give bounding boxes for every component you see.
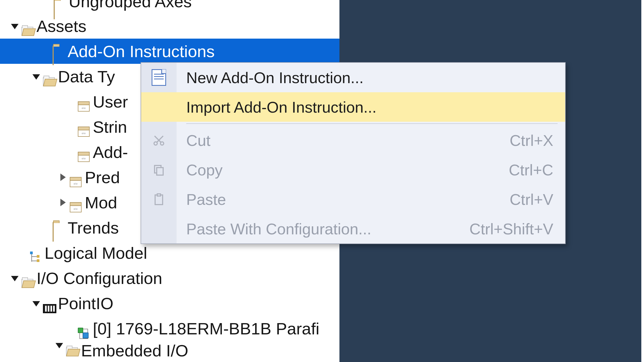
expander-icon[interactable] (59, 173, 67, 181)
datatype-icon: oio (70, 172, 82, 183)
chassis-icon (43, 298, 55, 309)
menu-shortcut: Ctrl+V (510, 190, 565, 208)
tree-label: Add- (93, 143, 128, 162)
tree-label: Data Ty (58, 67, 115, 86)
menu-item-cut[interactable]: Cut Ctrl+X (141, 125, 565, 155)
menu-item-paste-with-configuration[interactable]: Paste With Configuration... Ctrl+Shift+V (141, 214, 565, 243)
menu-shortcut: Ctrl+C (509, 161, 565, 179)
tree-label: Pred (85, 168, 120, 187)
menu-item-paste[interactable]: Paste Ctrl+V (141, 184, 565, 214)
expander-icon[interactable] (11, 22, 19, 30)
menu-label: Copy (177, 161, 509, 179)
open-folder-icon (43, 71, 55, 82)
menu-label: Paste With Configuration... (177, 220, 469, 238)
open-folder-icon (21, 21, 33, 31)
logical-model-icon (30, 248, 41, 258)
tree-label: I/O Configuration (36, 269, 162, 288)
tree-label: Add-On Instructions (68, 42, 215, 61)
panel-right-edge (641, 0, 644, 362)
scissors-icon (141, 125, 177, 155)
menu-label: Paste (177, 190, 510, 208)
open-folder-icon (21, 273, 33, 283)
expander-icon[interactable] (11, 274, 19, 282)
tree-item-add-on-instructions[interactable]: Add-On Instructions (0, 39, 339, 64)
tree-item-embedded-io[interactable]: Embedded I/O (0, 341, 339, 359)
menu-item-new-add-on-instruction[interactable]: New Add-On Instruction... (141, 63, 565, 92)
menu-icon-col (141, 214, 177, 243)
tree-label: Mod (85, 193, 117, 212)
paste-icon (141, 184, 177, 214)
tree-item-pointio[interactable]: PointIO (0, 291, 339, 316)
controller-module-icon (78, 323, 90, 334)
tree-label: Trends (68, 218, 119, 237)
expander-icon[interactable] (59, 198, 67, 206)
expander-icon[interactable] (55, 341, 63, 349)
folder-icon (53, 222, 64, 233)
tree-label: Assets (36, 17, 86, 36)
svg-rect-5 (157, 168, 163, 175)
context-menu: New Add-On Instruction... Import Add-On … (141, 62, 566, 244)
tree-item-controller-module[interactable]: [0] 1769-L18ERM-BB1B Parafi (0, 316, 339, 341)
workspace: Ungrouped Axes Assets Add-On Instruction… (0, 0, 644, 362)
menu-shortcut: Ctrl+Shift+V (469, 220, 565, 238)
folder-icon (54, 0, 65, 11)
datatype-icon: oio (70, 197, 82, 208)
menu-shortcut: Ctrl+X (510, 131, 565, 149)
menu-label: New Add-On Instruction... (177, 69, 565, 87)
tree-label: Embedded I/O (81, 341, 188, 359)
tree-label: User (93, 92, 128, 111)
tree-label: Strin (93, 117, 127, 136)
tree-label: Ungrouped Axes (69, 0, 192, 11)
tree-label: PointIO (58, 294, 114, 313)
datatype-icon: oio (78, 121, 90, 132)
menu-label: Cut (177, 131, 510, 149)
expander-icon[interactable] (32, 72, 40, 80)
menu-item-copy[interactable]: Copy Ctrl+C (141, 155, 565, 184)
menu-icon-col (141, 92, 177, 122)
copy-icon (141, 155, 177, 184)
datatype-icon: oio (78, 147, 90, 157)
tree-label: Logical Model (45, 243, 147, 263)
open-folder-icon (66, 341, 78, 352)
tree-item-logical-model[interactable]: Logical Model (0, 240, 339, 265)
menu-label: Import Add-On Instruction... (177, 98, 565, 116)
menu-separator (141, 122, 565, 125)
menu-item-import-add-on-instruction[interactable]: Import Add-On Instruction... (141, 92, 565, 122)
folder-icon (53, 46, 64, 57)
svg-rect-7 (157, 194, 160, 196)
tree-item-assets[interactable]: Assets (0, 13, 339, 39)
tree-label: [0] 1769-L18ERM-BB1B Parafi (93, 319, 319, 338)
expander-icon[interactable] (32, 299, 40, 307)
tree-item-io-configuration[interactable]: I/O Configuration (0, 265, 339, 291)
datatype-icon: oio (78, 96, 90, 107)
tree-item-ungrouped-axes[interactable]: Ungrouped Axes (0, 0, 339, 13)
new-instruction-icon (141, 63, 177, 92)
